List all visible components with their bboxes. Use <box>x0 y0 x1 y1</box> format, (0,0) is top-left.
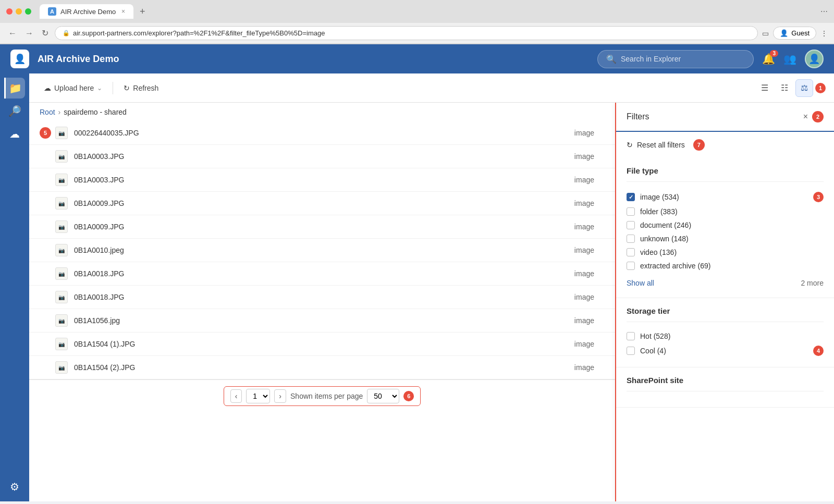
minimize-dot[interactable] <box>16 8 22 15</box>
filter-label-3: unknown (148) <box>640 235 824 243</box>
prev-page-button[interactable]: ‹ <box>230 389 242 403</box>
file-type-label: image <box>542 363 605 372</box>
breadcrumb: Root › spairdemo - shared <box>29 103 615 121</box>
file-name: 0B1A0009.JPG <box>74 223 542 231</box>
breadcrumb-separator: › <box>58 108 61 116</box>
reset-filters-button[interactable]: ↻ Reset all filters 7 <box>627 139 824 151</box>
sharepoint-section: SharePoint site <box>616 367 834 408</box>
filter-option-5[interactable]: extracted archive (69) <box>627 259 824 273</box>
app-title: AIR Archive Demo <box>38 54 589 65</box>
logo-icon: 👤 <box>14 53 26 65</box>
filter-label-4: video (136) <box>640 248 824 256</box>
table-row[interactable]: 📷 0B1A1056.jpg image <box>29 309 615 333</box>
users-button[interactable]: 👥 <box>783 53 796 65</box>
file-type-label: image <box>542 293 605 301</box>
reload-button[interactable]: ↻ <box>40 26 51 40</box>
storage-step-1: 4 <box>813 346 824 356</box>
file-type-icon: 📷 <box>54 313 69 328</box>
file-type-icon: 📷 <box>54 173 69 187</box>
sidebar-item-settings[interactable]: ⚙ <box>4 476 25 497</box>
storage-option-0[interactable]: Hot (528) <box>627 329 824 343</box>
file-type-label: image <box>542 340 605 348</box>
maximize-dot[interactable] <box>25 8 31 15</box>
table-row[interactable]: 5 📷 000226440035.JPG image <box>29 121 615 145</box>
file-type-label: image <box>542 152 605 161</box>
storage-option-1[interactable]: Cool (4) 4 <box>627 343 824 359</box>
filter-checkbox-0[interactable]: ✓ <box>627 193 635 201</box>
filters-header: Filters × 2 <box>616 103 834 132</box>
guest-profile-button[interactable]: 👤 Guest <box>773 27 816 40</box>
filter-option-3[interactable]: unknown (148) <box>627 232 824 245</box>
browser-menu-button[interactable]: ⋮ <box>820 29 828 38</box>
filter-checkbox-1[interactable] <box>627 207 635 216</box>
table-row[interactable]: 📷 0B1A1504 (1).JPG image <box>29 333 615 356</box>
upload-button[interactable]: ☁ Upload here ⌄ <box>38 80 108 96</box>
refresh-label: Refresh <box>133 84 158 92</box>
table-row[interactable]: 📷 0B1A0003.JPG image <box>29 168 615 192</box>
more-label: 2 more <box>801 279 824 287</box>
upload-dropdown-icon[interactable]: ⌄ <box>97 84 102 92</box>
file-type-icon: 📷 <box>54 219 69 234</box>
next-page-button[interactable]: › <box>274 389 286 403</box>
active-tab[interactable]: A AIR Archive Demo × <box>40 4 133 19</box>
notification-button[interactable]: 🔔 3 <box>762 53 775 65</box>
show-all-link[interactable]: Show all <box>627 279 654 287</box>
breadcrumb-root[interactable]: Root <box>40 108 55 116</box>
page-select[interactable]: 1 <box>246 389 270 403</box>
filter-option-4[interactable]: video (136) <box>627 245 824 259</box>
filter-option-1[interactable]: folder (383) <box>627 205 824 218</box>
tab-close-button[interactable]: × <box>121 8 125 15</box>
table-row[interactable]: 📷 0B1A0010.jpeg image <box>29 239 615 262</box>
filter-step-badge: 1 <box>815 83 826 93</box>
row-step-badge: 5 <box>40 127 51 139</box>
filter-checkbox-3[interactable] <box>627 235 635 243</box>
forward-button[interactable]: → <box>23 27 35 40</box>
list-view-button[interactable]: ☰ <box>756 79 774 97</box>
storage-label-0: Hot (528) <box>640 332 824 340</box>
sidebar-item-cloud[interactable]: ☁ <box>4 124 25 144</box>
filters-close-button[interactable]: × <box>803 112 808 121</box>
address-bar[interactable]: 🔒 air.support-partners.com/explorer?path… <box>55 26 758 40</box>
back-button[interactable]: ← <box>6 27 19 40</box>
guest-label: Guest <box>791 29 810 37</box>
grid-view-button[interactable]: ☷ <box>776 79 793 97</box>
storage-checkbox-1[interactable] <box>627 347 635 355</box>
filter-checkbox-2[interactable] <box>627 221 635 229</box>
table-row[interactable]: 📷 0B1A0009.JPG image <box>29 192 615 215</box>
file-type-section: File type ✓ image (534) 3 folder (383) d… <box>616 158 834 298</box>
items-per-page-select[interactable]: 50 100 200 <box>367 389 399 403</box>
filter-button[interactable]: ⚖ <box>795 79 813 97</box>
table-row[interactable]: 📷 0B1A0009.JPG image <box>29 215 615 239</box>
storage-checkbox-0[interactable] <box>627 332 635 340</box>
browser-nav: ← → ↻ 🔒 air.support-partners.com/explore… <box>0 23 834 44</box>
file-list-container[interactable]: Root › spairdemo - shared 5 📷 0002264400… <box>29 103 615 501</box>
table-row[interactable]: 📷 0B1A1504 (2).JPG image <box>29 356 615 379</box>
notification-badge: 3 <box>770 50 778 57</box>
window-expand[interactable]: ⋯ <box>820 7 828 16</box>
sidebar-item-search[interactable]: 🔎 <box>4 101 25 121</box>
filter-option-2[interactable]: document (246) <box>627 218 824 232</box>
close-dot[interactable] <box>6 8 13 15</box>
browser-tabs: A AIR Archive Demo × + <box>40 4 816 19</box>
file-type-options: ✓ image (534) 3 folder (383) document (2… <box>627 189 824 273</box>
filter-option-0[interactable]: ✓ image (534) 3 <box>627 189 824 205</box>
filter-label-2: document (246) <box>640 221 824 229</box>
user-avatar[interactable]: 👤 <box>805 50 824 68</box>
filter-checkbox-4[interactable] <box>627 248 635 256</box>
table-row[interactable]: 📷 0B1A0003.JPG image <box>29 145 615 168</box>
table-row[interactable]: 📷 0B1A0018.JPG image <box>29 286 615 309</box>
sidebar-toggle-button[interactable]: ▭ <box>762 29 769 38</box>
table-row[interactable]: 📷 0B1A0018.JPG image <box>29 262 615 286</box>
file-type-title: File type <box>627 166 824 175</box>
filters-step-badge: 2 <box>812 111 824 122</box>
sharepoint-title: SharePoint site <box>627 376 824 385</box>
sidebar-item-explorer[interactable]: 📁 <box>4 78 25 99</box>
toolbar-divider <box>113 82 113 94</box>
search-bar[interactable]: 🔍 Search in Explorer <box>597 50 754 68</box>
new-tab-button[interactable]: + <box>136 6 150 17</box>
refresh-button[interactable]: ↻ Refresh <box>117 80 165 96</box>
filter-checkbox-5[interactable] <box>627 262 635 270</box>
file-type-icon: 📷 <box>54 290 69 304</box>
reset-row: ↻ Reset all filters 7 <box>616 132 834 158</box>
app: 👤 AIR Archive Demo 🔍 Search in Explorer … <box>0 44 834 501</box>
